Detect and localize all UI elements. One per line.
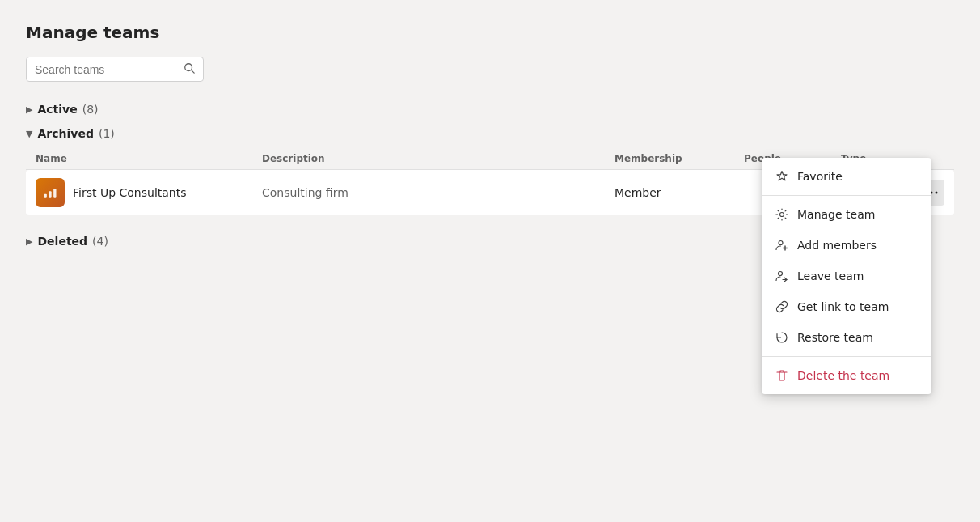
active-section-header[interactable]: ▶ Active (8)	[26, 96, 954, 121]
col-description: Description	[262, 153, 615, 164]
team-name-cell: First Up Consultants	[36, 178, 262, 207]
active-chevron-icon: ▶	[26, 104, 32, 115]
add-person-icon	[775, 238, 789, 253]
menu-item-get-link[interactable]: Get link to team	[762, 291, 931, 322]
svg-rect-3	[49, 191, 51, 197]
menu-get-link-label: Get link to team	[797, 300, 889, 313]
menu-favorite-label: Favorite	[797, 170, 843, 183]
search-icon	[184, 62, 195, 76]
deleted-count: (4)	[92, 235, 108, 248]
link-icon	[775, 299, 789, 314]
star-icon	[775, 169, 789, 184]
svg-point-8	[780, 213, 784, 217]
context-menu: Favorite Manage team Add member	[762, 158, 931, 394]
svg-line-1	[192, 70, 195, 74]
col-membership: Membership	[615, 153, 744, 164]
search-box	[26, 57, 204, 82]
svg-rect-2	[44, 194, 47, 198]
leave-icon	[775, 269, 789, 283]
menu-delete-label: Delete the team	[797, 369, 889, 382]
svg-rect-4	[53, 189, 56, 198]
menu-manage-label: Manage team	[797, 208, 875, 221]
team-name: First Up Consultants	[73, 186, 187, 199]
team-membership: Member	[615, 186, 744, 199]
gear-icon	[775, 207, 789, 222]
menu-item-restore[interactable]: Restore team	[762, 322, 931, 353]
archived-section-header[interactable]: ▼ Archived (1)	[26, 121, 954, 145]
search-input[interactable]	[35, 63, 180, 76]
deleted-label: Deleted	[37, 235, 87, 248]
team-icon	[36, 178, 65, 207]
archived-count: (1)	[99, 127, 115, 140]
svg-point-10	[779, 272, 783, 276]
menu-divider-1	[762, 195, 931, 196]
menu-item-leave[interactable]: Leave team	[762, 261, 931, 291]
team-description: Consulting firm	[262, 186, 615, 199]
col-name: Name	[36, 153, 262, 164]
deleted-chevron-icon: ▶	[26, 236, 32, 247]
svg-point-7	[936, 192, 938, 194]
archived-label: Archived	[37, 127, 93, 140]
page-title: Manage teams	[26, 23, 954, 42]
active-label: Active	[37, 103, 77, 116]
menu-leave-label: Leave team	[797, 269, 864, 282]
active-count: (8)	[82, 103, 99, 116]
restore-icon	[775, 330, 789, 345]
menu-restore-label: Restore team	[797, 331, 873, 344]
menu-item-delete[interactable]: Delete the team	[762, 360, 931, 391]
trash-icon	[775, 368, 789, 383]
archived-chevron-icon: ▼	[26, 129, 32, 139]
menu-divider-2	[762, 356, 931, 357]
menu-item-favorite[interactable]: Favorite	[762, 161, 931, 192]
menu-item-manage[interactable]: Manage team	[762, 199, 931, 230]
menu-item-add-members[interactable]: Add members	[762, 230, 931, 261]
menu-add-members-label: Add members	[797, 239, 877, 252]
svg-point-9	[779, 241, 783, 245]
